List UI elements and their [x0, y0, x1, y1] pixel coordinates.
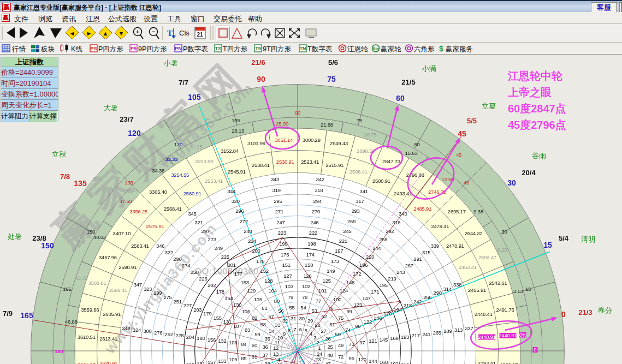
svg-text:223: 223: [278, 230, 286, 236]
svg-text:处暑: 处暑: [8, 232, 22, 241]
svg-text:346: 346: [156, 243, 164, 249]
svg-text:224: 224: [248, 238, 256, 244]
svg-text:34.38: 34.38: [152, 168, 164, 174]
svg-text:53: 53: [311, 308, 317, 314]
svg-text:90: 90: [295, 110, 300, 116]
svg-text:148: 148: [346, 279, 354, 285]
svg-text:195: 195: [380, 282, 388, 288]
svg-text:152: 152: [260, 268, 269, 274]
svg-text:4: 4: [310, 331, 312, 337]
svg-text:340: 340: [399, 211, 407, 217]
svg-text:320: 320: [232, 198, 240, 204]
svg-text:101: 101: [318, 288, 327, 294]
svg-text:►: ►: [86, 30, 92, 37]
svg-text:85: 85: [241, 355, 246, 361]
svg-text:323: 323: [144, 286, 152, 292]
svg-text:47: 47: [325, 361, 330, 364]
svg-text:7: 7: [293, 326, 296, 332]
svg-text:4830.97: 4830.97: [500, 362, 518, 364]
svg-text:TN: TN: [300, 46, 306, 51]
svg-text:29: 29: [307, 318, 313, 324]
svg-text:337: 337: [465, 325, 473, 331]
svg-text:130: 130: [233, 302, 241, 308]
svg-text:199: 199: [279, 241, 287, 247]
svg-text:77: 77: [316, 298, 321, 304]
svg-text:◄: ◄: [69, 30, 75, 37]
svg-text:151: 151: [282, 262, 291, 268]
svg-text:121: 121: [369, 338, 377, 344]
svg-text:291: 291: [413, 256, 422, 262]
svg-text:106: 106: [242, 308, 250, 314]
svg-text:60: 60: [396, 94, 405, 103]
svg-text:99: 99: [347, 308, 352, 314]
svg-text:83: 83: [245, 327, 250, 333]
svg-text:2478.41: 2478.41: [431, 223, 449, 229]
svg-text:2553.41: 2553.41: [205, 178, 223, 184]
svg-text:127: 127: [283, 273, 292, 279]
svg-text:105: 105: [254, 296, 262, 302]
svg-text:3610.51: 3610.51: [78, 334, 96, 340]
svg-text:40.63: 40.63: [93, 234, 106, 240]
svg-text:74: 74: [345, 327, 351, 333]
svg-text:2575.91: 2575.91: [146, 223, 164, 229]
svg-text:61: 61: [252, 354, 257, 360]
svg-text:124: 124: [340, 288, 348, 294]
svg-text:300: 300: [143, 328, 151, 334]
svg-text:PS: PS: [90, 46, 97, 51]
svg-text:338: 338: [453, 282, 461, 288]
svg-text:3508.81: 3508.81: [88, 280, 106, 286]
svg-text:173: 173: [331, 258, 339, 264]
svg-text:51: 51: [329, 321, 335, 327]
svg-text:56: 56: [278, 308, 283, 314]
svg-text:126: 126: [303, 273, 311, 279]
svg-text:2455.91: 2455.91: [468, 287, 486, 293]
svg-text:25: 25: [327, 344, 333, 350]
svg-text:2485.91: 2485.91: [413, 206, 431, 212]
svg-text:2560.91: 2560.91: [183, 190, 202, 196]
svg-text:15: 15: [525, 286, 531, 292]
svg-text:244: 244: [372, 245, 381, 251]
svg-text:178: 178: [216, 289, 224, 295]
svg-text:2515.91: 2515.91: [325, 162, 343, 168]
svg-text:180: 180: [55, 348, 63, 354]
svg-text:226: 226: [199, 276, 207, 282]
svg-text:21/3: 21/3: [578, 308, 592, 317]
svg-text:3407.10: 3407.10: [112, 230, 131, 236]
svg-text:3051.14: 3051.14: [275, 137, 293, 143]
svg-text:1: 1: [318, 345, 321, 351]
svg-text:3305.40: 3305.40: [149, 189, 167, 195]
svg-text:3559.66: 3559.66: [81, 307, 99, 313]
svg-text:Cls: Cls: [179, 29, 189, 37]
svg-text:108: 108: [229, 339, 237, 345]
svg-text:109: 109: [229, 356, 237, 362]
svg-text:7/8: 7/8: [60, 172, 70, 181]
svg-text:170: 170: [383, 311, 392, 317]
svg-text:276: 276: [154, 330, 162, 336]
svg-text:2583.41: 2583.41: [131, 243, 149, 249]
svg-text:60度2847点: 60度2847点: [508, 103, 566, 115]
svg-text:36: 36: [262, 344, 268, 350]
svg-text:154: 154: [224, 295, 233, 301]
svg-text:2500.91: 2500.91: [372, 178, 390, 184]
svg-text:33: 33: [275, 322, 280, 328]
svg-text:2542.61: 2542.61: [489, 280, 507, 286]
svg-text:174: 174: [306, 252, 315, 258]
svg-text:5/5: 5/5: [467, 117, 477, 125]
svg-text:21/6: 21/6: [251, 58, 265, 67]
svg-text:145: 145: [380, 337, 388, 343]
svg-text:313: 313: [454, 327, 463, 333]
svg-text:135: 135: [74, 179, 87, 188]
svg-text:345: 345: [188, 211, 196, 217]
svg-text:27: 27: [321, 328, 327, 334]
svg-text:198: 198: [307, 241, 316, 247]
svg-text:▼: ▼: [119, 30, 125, 37]
svg-text:45: 45: [458, 129, 466, 138]
svg-text:28: 28: [315, 322, 321, 328]
svg-text:58: 58: [260, 321, 266, 327]
svg-text:228: 228: [175, 332, 183, 338]
svg-text:319: 319: [273, 187, 281, 193]
svg-text:227: 227: [183, 302, 192, 308]
svg-text:48: 48: [327, 352, 333, 358]
svg-text:50: 50: [335, 331, 341, 337]
svg-text:342: 342: [316, 176, 324, 182]
